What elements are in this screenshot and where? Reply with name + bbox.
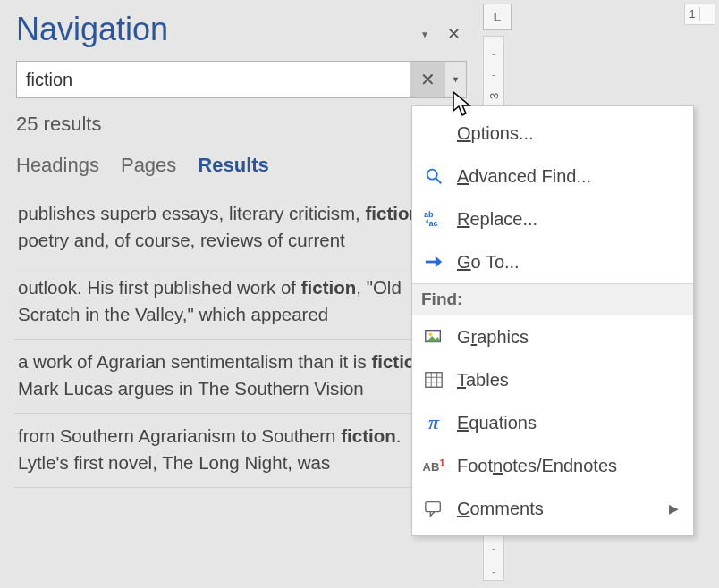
picture-icon xyxy=(421,325,446,349)
results-list: publishes superb essays, literary critic… xyxy=(7,191,467,488)
svg-point-0 xyxy=(427,170,437,180)
menu-label: Advanced Find... xyxy=(457,166,591,187)
ruler-tick: - xyxy=(484,69,503,80)
pi-icon: π xyxy=(421,411,446,434)
ruler-label: 3 xyxy=(487,93,501,99)
close-pane-button[interactable]: ✕ xyxy=(442,22,465,46)
menu-label: Graphics xyxy=(457,327,529,348)
result-hit: fiction xyxy=(341,425,396,446)
tab-stop-marker-icon: L xyxy=(494,10,502,24)
menu-replace[interactable]: abac Replace... xyxy=(412,197,693,240)
submenu-arrow-icon: ▶ xyxy=(669,501,679,516)
menu-label: Comments xyxy=(457,499,544,519)
navigation-header: Navigation ▼ ✕ xyxy=(7,7,467,61)
search-row: ✕ ▼ xyxy=(7,61,467,111)
pane-options-dropdown[interactable]: ▼ xyxy=(417,23,433,45)
blank-icon xyxy=(421,122,446,145)
search-result[interactable]: a work of Agrarian sentimentalism than i… xyxy=(14,340,463,414)
search-result[interactable]: from Southern Agrarianism to Southern fi… xyxy=(14,414,463,488)
ruler-tick: - xyxy=(484,566,503,576)
svg-rect-7 xyxy=(426,373,442,388)
menu-label: Footnotes/Endnotes xyxy=(457,456,617,476)
result-text-before: publishes superb essays, literary critic… xyxy=(18,203,366,223)
search-result[interactable]: outlook. His first published work of fic… xyxy=(14,265,463,340)
result-text-before: a work of Agrarian sentimentalism than i… xyxy=(18,351,371,372)
menu-find-comments[interactable]: Comments ▶ xyxy=(412,487,693,530)
menu-label: Options... xyxy=(457,123,534,144)
replace-icon: abac xyxy=(421,207,446,231)
result-hit: fiction xyxy=(301,277,357,298)
svg-rect-12 xyxy=(426,502,441,512)
navigation-pane: Navigation ▼ ✕ ✕ ▼ 25 results Headings P… xyxy=(7,0,467,588)
menu-options[interactable]: Options... xyxy=(412,112,693,155)
menu-find-graphics[interactable]: Graphics xyxy=(412,315,693,358)
result-text-before: outlook. His first published work of xyxy=(18,277,301,298)
search-options-dropdown[interactable]: ▼ xyxy=(445,61,467,98)
tab-headings[interactable]: Headings xyxy=(16,154,99,181)
menu-goto[interactable]: Go To... xyxy=(412,240,693,283)
magnifier-icon xyxy=(421,164,446,188)
page-number-indicator: 1 xyxy=(684,4,715,25)
tab-stop-selector[interactable]: L xyxy=(483,4,512,30)
menu-label: Replace... xyxy=(457,209,537,230)
results-count: 25 results xyxy=(7,111,467,154)
svg-point-6 xyxy=(429,332,433,336)
ruler-tick: - xyxy=(484,542,503,553)
navigation-title: Navigation xyxy=(7,7,177,61)
search-input[interactable] xyxy=(16,61,410,98)
ruler-tick: - xyxy=(484,47,503,58)
clear-search-button[interactable]: ✕ xyxy=(410,61,445,98)
menu-find-equations[interactable]: π Equations xyxy=(412,401,693,444)
comment-icon xyxy=(421,497,446,520)
menu-find-tables[interactable]: Tables xyxy=(412,358,693,401)
svg-text:ac: ac xyxy=(429,219,438,228)
tab-results[interactable]: Results xyxy=(198,154,268,181)
page-number: 1 xyxy=(685,8,699,21)
page-total-placeholder xyxy=(700,8,715,21)
svg-text:ab: ab xyxy=(424,210,434,219)
menu-section-find: Find: xyxy=(412,283,693,315)
tab-pages[interactable]: Pages xyxy=(121,154,176,181)
search-options-menu: Options... Advanced Find... abac Replace… xyxy=(411,105,694,536)
menu-label: Equations xyxy=(457,413,537,433)
svg-line-1 xyxy=(436,179,442,184)
menu-label: Go To... xyxy=(457,252,520,273)
result-text-before: from Southern Agrarianism to Southern xyxy=(18,425,341,446)
menu-find-footnotes[interactable]: AB1 Footnotes/Endnotes xyxy=(412,444,693,487)
search-result[interactable]: publishes superb essays, literary critic… xyxy=(14,191,463,265)
table-icon xyxy=(421,368,446,391)
arrow-right-icon xyxy=(421,250,446,273)
footnote-icon: AB1 xyxy=(421,454,446,477)
menu-label: Tables xyxy=(457,370,509,391)
nav-tabs: Headings Pages Results xyxy=(7,154,467,191)
menu-advanced-find[interactable]: Advanced Find... xyxy=(412,155,693,197)
